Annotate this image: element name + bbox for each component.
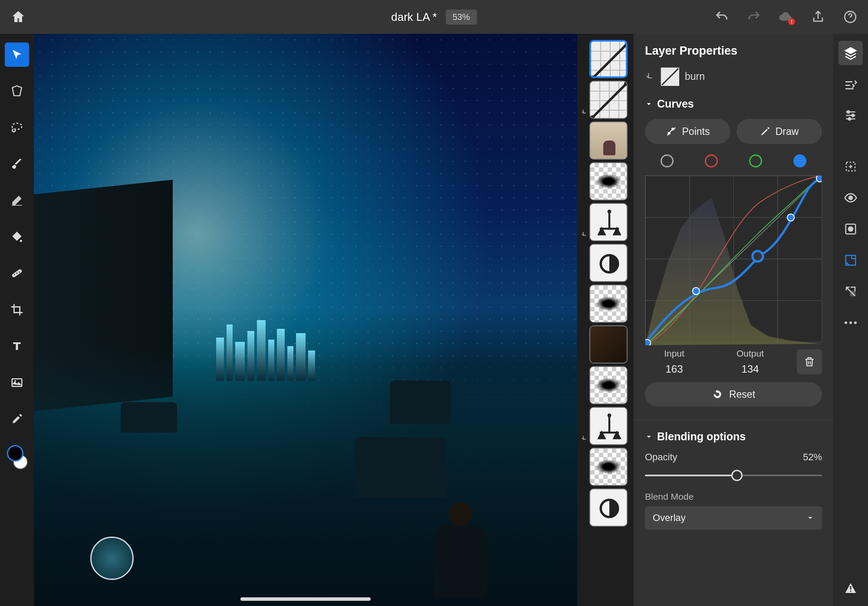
svg-point-3 — [14, 274, 15, 275]
layer-thumb[interactable] — [581, 285, 634, 323]
canvas[interactable] — [34, 34, 577, 606]
canvas-subject — [424, 502, 494, 597]
svg-point-7 — [14, 380, 16, 382]
layer-thumb[interactable] — [581, 40, 634, 78]
curves-graph[interactable] — [645, 175, 822, 342]
touch-shortcut[interactable] — [90, 537, 134, 580]
properties-panel: Layer Properties burn Curves Points Draw — [634, 34, 833, 606]
clip-arrow-icon — [581, 435, 589, 442]
channel-rgb[interactable] — [661, 154, 674, 167]
panel-adjustments-icon[interactable] — [838, 72, 863, 96]
output-label: Output — [721, 348, 779, 359]
svg-point-43 — [847, 111, 849, 113]
cloud-badge: ! — [788, 18, 795, 25]
mask-icon[interactable] — [838, 217, 863, 241]
svg-point-45 — [848, 118, 851, 120]
tool-rail — [0, 34, 34, 606]
clip-arrow-icon — [581, 231, 589, 239]
output-value[interactable]: 134 — [721, 363, 779, 375]
svg-point-49 — [848, 226, 854, 232]
document-title: dark LA * — [391, 10, 437, 24]
curves-mode-draw[interactable]: Draw — [736, 119, 822, 144]
tool-eraser[interactable] — [5, 188, 29, 213]
blend-mode-label: Blend Mode — [645, 491, 822, 502]
svg-point-40 — [753, 251, 763, 262]
input-value[interactable]: 163 — [645, 363, 704, 375]
svg-point-5 — [19, 272, 20, 273]
svg-point-4 — [16, 273, 18, 274]
svg-rect-8 — [591, 42, 628, 78]
tool-transform[interactable] — [5, 79, 29, 103]
warning-icon[interactable] — [838, 576, 863, 600]
share-icon[interactable] — [811, 10, 825, 24]
foreground-color[interactable] — [7, 445, 23, 462]
clip-arrow-icon — [581, 353, 589, 361]
tool-fill[interactable] — [5, 225, 29, 249]
opacity-label: Opacity — [645, 452, 677, 463]
tool-heal[interactable] — [5, 261, 29, 285]
svg-point-39 — [693, 288, 700, 295]
redo-icon[interactable] — [746, 10, 761, 24]
layer-thumb[interactable] — [581, 203, 634, 241]
layer-thumb[interactable] — [581, 162, 634, 200]
clip-indicator-icon — [645, 72, 654, 81]
visibility-icon[interactable] — [838, 186, 863, 210]
layer-thumb[interactable] — [581, 488, 634, 527]
svg-point-36 — [672, 128, 674, 130]
layer-thumb[interactable] — [581, 244, 634, 282]
tool-crop[interactable] — [5, 298, 29, 322]
svg-point-54 — [854, 321, 857, 324]
help-icon[interactable] — [843, 10, 858, 24]
home-indicator — [240, 597, 371, 601]
layer-thumb[interactable] — [581, 448, 634, 486]
tool-eyedropper[interactable] — [5, 407, 29, 431]
layer-thumb[interactable] — [581, 81, 634, 119]
panel-title: Layer Properties — [645, 44, 822, 58]
opacity-value: 52% — [803, 452, 822, 463]
color-swatches[interactable] — [6, 445, 28, 469]
add-layer-icon[interactable] — [838, 154, 863, 179]
svg-point-35 — [668, 132, 670, 134]
zoom-level[interactable]: 53% — [446, 10, 477, 25]
cloud-sync-icon[interactable]: ! — [779, 10, 793, 24]
channel-green[interactable] — [749, 154, 762, 167]
curves-mode-points[interactable]: Points — [645, 119, 730, 144]
undo-icon[interactable] — [714, 10, 729, 24]
opacity-slider[interactable] — [645, 469, 822, 482]
tool-lasso[interactable] — [5, 115, 29, 140]
layer-thumb[interactable] — [581, 325, 634, 364]
section-curves[interactable]: Curves — [645, 98, 822, 110]
fx-icon[interactable] — [838, 248, 863, 272]
panel-layers-icon[interactable] — [838, 41, 863, 65]
section-blending[interactable]: Blending options — [645, 430, 822, 443]
blend-mode-select[interactable]: Overlay — [645, 506, 822, 530]
clip-icon[interactable] — [838, 279, 863, 304]
clip-arrow-icon — [581, 475, 589, 483]
channel-red[interactable] — [705, 154, 718, 167]
tool-place-image[interactable] — [5, 370, 29, 395]
svg-point-31 — [608, 413, 612, 417]
delete-point-button[interactable] — [797, 349, 822, 374]
home-icon[interactable] — [10, 9, 26, 25]
svg-rect-51 — [851, 292, 855, 296]
tool-brush[interactable] — [5, 152, 29, 176]
app-header: dark LA * 53% ! — [0, 0, 868, 34]
layer-thumb[interactable] — [581, 407, 634, 445]
channel-blue[interactable] — [793, 154, 806, 167]
more-icon[interactable] — [838, 311, 863, 335]
svg-rect-28 — [590, 245, 628, 282]
tool-type[interactable] — [5, 334, 29, 358]
tool-move[interactable] — [5, 43, 29, 67]
svg-point-1 — [12, 123, 22, 129]
layer-thumb[interactable] — [581, 121, 634, 160]
clip-arrow-icon — [581, 516, 589, 524]
reset-button[interactable]: Reset — [645, 382, 822, 406]
panel-properties-icon[interactable] — [838, 103, 863, 128]
right-panel-rail — [833, 34, 868, 606]
layer-thumbnail[interactable] — [661, 67, 679, 85]
clip-arrow-icon — [581, 394, 589, 402]
layer-name[interactable]: burn — [685, 71, 705, 82]
layer-thumb[interactable] — [581, 366, 634, 404]
clip-arrow-icon — [581, 312, 589, 320]
layers-column — [577, 34, 634, 606]
